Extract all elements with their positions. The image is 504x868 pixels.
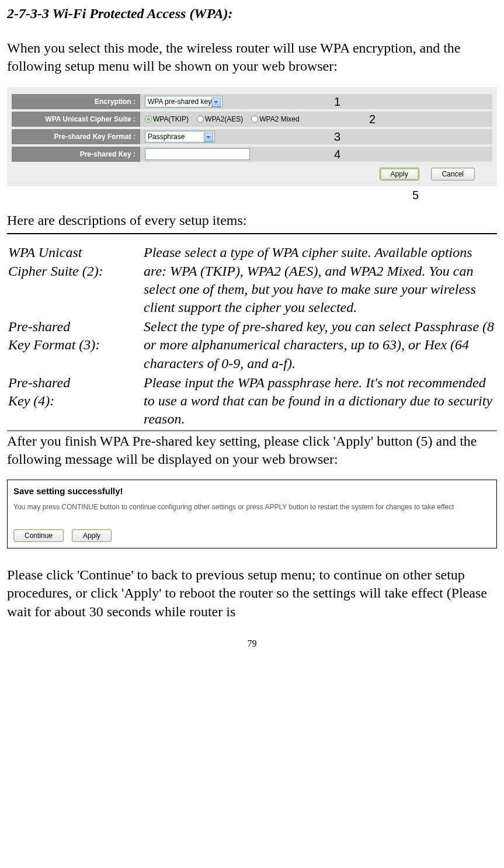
desc-term-line: Pre-shared <box>8 318 137 336</box>
desc-term-line: Key Format (3): <box>8 336 137 354</box>
descriptions-intro: Here are descriptions of every setup ite… <box>7 213 497 228</box>
callout-3: 3 <box>334 130 340 144</box>
key-value-cell <box>140 147 492 162</box>
desc-definition: Please input the WPA passphrase here. It… <box>144 374 496 429</box>
desc-term: Pre-shared Key Format (3): <box>8 318 142 373</box>
desc-term: WPA Unicast Cipher Suite (2): <box>8 244 142 317</box>
radio-icon <box>197 116 204 123</box>
encryption-value-cell: WPA pre-shared key <box>140 94 492 109</box>
save-success-title: Save setting successfully! <box>13 486 491 496</box>
desc-row: Pre-shared Key (4): Please input the WPA… <box>8 374 496 429</box>
callout-2: 2 <box>369 113 376 126</box>
callout-1: 1 <box>334 95 340 109</box>
cipher-opt-label: WPA2(AES) <box>205 115 243 123</box>
apply-button-2[interactable]: Apply <box>72 529 112 542</box>
encryption-label: Encryption : <box>12 94 140 109</box>
desc-term-line: Cipher Suite (2): <box>8 262 137 280</box>
final-paragraph: Please click 'Continue' to back to previ… <box>7 566 497 621</box>
divider <box>7 233 497 234</box>
cipher-option-aes[interactable]: WPA2(AES) <box>197 115 243 123</box>
save-success-panel: Save setting successfully! You may press… <box>7 480 497 549</box>
continue-button[interactable]: Continue <box>13 529 64 542</box>
apply-button[interactable]: Apply <box>380 168 419 180</box>
keyformat-dropdown[interactable]: Passphrase <box>145 131 215 143</box>
desc-row: WPA Unicast Cipher Suite (2): Please sel… <box>8 244 496 317</box>
desc-term-line: WPA Unicast <box>8 244 137 262</box>
key-label: Pre-shared Key : <box>12 147 140 162</box>
radio-icon <box>145 116 152 123</box>
cipher-row: WPA Unicast Cipher Suite : WPA(TKIP) WPA… <box>12 112 492 127</box>
descriptions-table: WPA Unicast Cipher Suite (2): Please sel… <box>7 242 497 429</box>
callout-5: 5 <box>334 189 497 202</box>
encryption-dropdown[interactable]: WPA pre-shared key <box>145 96 223 107</box>
keyformat-value-cell: Passphrase <box>140 129 492 144</box>
cipher-opt-label: WPA(TKIP) <box>153 115 189 123</box>
save-success-text: You may press CONTINUE button to continu… <box>13 503 457 512</box>
key-row: Pre-shared Key : <box>12 147 492 162</box>
cancel-button[interactable]: Cancel <box>431 168 475 180</box>
wpa-settings-panel: Encryption : WPA pre-shared key WPA Unic… <box>7 87 497 186</box>
desc-term-line: Pre-shared <box>8 374 137 392</box>
encryption-row: Encryption : WPA pre-shared key <box>12 94 492 109</box>
keyformat-row: Pre-shared Key Format : Passphrase <box>12 129 492 144</box>
keyformat-label: Pre-shared Key Format : <box>12 129 140 144</box>
form-button-row: Apply Cancel <box>12 164 492 180</box>
intro-paragraph: When you select this mode, the wireless … <box>7 39 497 75</box>
cipher-value-cell: WPA(TKIP) WPA2(AES) WPA2 Mixed <box>140 112 492 127</box>
desc-definition: Select the type of pre-shared key, you c… <box>144 318 496 373</box>
desc-row: Pre-shared Key Format (3): Select the ty… <box>8 318 496 373</box>
section-heading: 2-7-3-3 Wi-Fi Protected Access (WPA): <box>7 6 497 22</box>
page-number: 79 <box>7 638 497 649</box>
divider <box>7 430 497 431</box>
cipher-opt-label: WPA2 Mixed <box>259 115 299 123</box>
cipher-option-tkip[interactable]: WPA(TKIP) <box>145 115 189 123</box>
cipher-label: WPA Unicast Cipher Suite : <box>12 112 140 127</box>
preshared-key-input[interactable] <box>145 148 250 160</box>
radio-icon <box>251 116 258 123</box>
desc-term-line: Key (4): <box>8 392 137 410</box>
callout-4: 4 <box>334 148 340 161</box>
desc-term: Pre-shared Key (4): <box>8 374 142 429</box>
after-paragraph: After you finish WPA Pre-shared key sett… <box>7 432 497 468</box>
save-success-buttons: Continue Apply <box>13 529 491 542</box>
cipher-option-mixed[interactable]: WPA2 Mixed <box>251 115 299 123</box>
desc-definition: Please select a type of WPA cipher suite… <box>144 244 496 317</box>
